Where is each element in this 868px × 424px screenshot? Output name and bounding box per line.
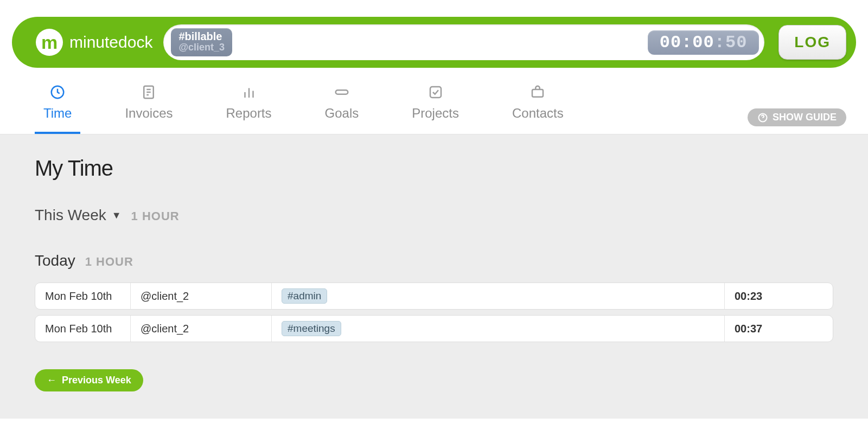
bars-icon [241, 84, 257, 100]
log-button[interactable]: LOG [778, 25, 846, 60]
main-nav: Time Invoices Reports Goals Projects Con… [0, 68, 868, 134]
nav-invoices[interactable]: Invoices [116, 84, 181, 134]
previous-week-button[interactable]: ← Previous Week [35, 369, 143, 391]
week-selector-row: This Week ▼ 1 HOUR [35, 207, 833, 224]
nav-projects[interactable]: Projects [403, 84, 468, 134]
entry-tags: #admin [271, 283, 724, 309]
tag-chip: #meetings [282, 321, 341, 336]
timer-display[interactable]: 00:00:50 [648, 30, 760, 55]
entry-tags: #meetings [271, 316, 724, 342]
nav-label: Time [43, 106, 72, 121]
checkbox-icon [427, 84, 444, 100]
timer-seconds: :50 [714, 33, 748, 53]
file-icon [141, 84, 157, 100]
nav-label: Invoices [125, 106, 173, 121]
chevron-down-icon: ▼ [112, 210, 122, 221]
clock-icon [49, 84, 66, 100]
entry-client: @client_2 [130, 316, 271, 342]
time-entry-row[interactable]: Mon Feb 10th @client_2 #meetings 00:37 [35, 315, 833, 342]
entry-input[interactable] [238, 31, 642, 53]
nav-time[interactable]: Time [35, 84, 80, 134]
svg-rect-3 [430, 87, 441, 98]
nav-goals[interactable]: Goals [316, 84, 368, 134]
help-icon [757, 112, 768, 123]
show-guide-button[interactable]: SHOW GUIDE [748, 108, 846, 126]
previous-week-label: Previous Week [62, 375, 131, 386]
brand-logo[interactable]: m minutedock [36, 29, 152, 56]
entry-client: @client_2 [130, 283, 271, 309]
svg-rect-2 [336, 90, 348, 94]
entry-date: Mon Feb 10th [35, 283, 130, 309]
nav-label: Contacts [512, 106, 564, 121]
top-bar: m minutedock #billable @client_3 00:00:5… [12, 17, 856, 68]
entry-token-tag: #billable [178, 30, 225, 42]
entry-duration: 00:37 [724, 316, 833, 342]
nav-contacts[interactable]: Contacts [503, 84, 572, 134]
week-label: This Week [35, 207, 106, 224]
entry-duration: 00:23 [724, 283, 833, 309]
entry-token-client: @client_3 [178, 42, 225, 53]
briefcase-icon [529, 84, 546, 100]
day-label: Today [35, 252, 75, 269]
svg-rect-4 [532, 89, 543, 97]
tag-chip: #admin [282, 288, 327, 304]
page-title: My Time [35, 156, 833, 181]
nav-label: Projects [412, 106, 459, 121]
paperclip-icon [334, 84, 350, 100]
nav-label: Reports [226, 106, 272, 121]
nav-reports[interactable]: Reports [218, 84, 280, 134]
day-header: Today 1 HOUR [35, 252, 833, 269]
brand-logo-icon: m [36, 29, 63, 56]
time-entry-bar: #billable @client_3 00:00:50 [163, 24, 764, 60]
timer-main: 00:00 [660, 33, 714, 53]
main-content: My Time This Week ▼ 1 HOUR Today 1 HOUR … [0, 134, 868, 419]
week-summary: 1 HOUR [131, 209, 180, 223]
time-entry-row[interactable]: Mon Feb 10th @client_2 #admin 00:23 [35, 282, 833, 310]
week-selector[interactable]: This Week ▼ [35, 207, 122, 224]
arrow-left-icon: ← [47, 375, 56, 386]
entry-date: Mon Feb 10th [35, 316, 130, 342]
show-guide-label: SHOW GUIDE [773, 112, 837, 123]
day-summary: 1 HOUR [85, 255, 133, 269]
entry-token[interactable]: #billable @client_3 [171, 28, 232, 56]
brand-name: minutedock [69, 33, 152, 52]
nav-label: Goals [325, 106, 359, 121]
